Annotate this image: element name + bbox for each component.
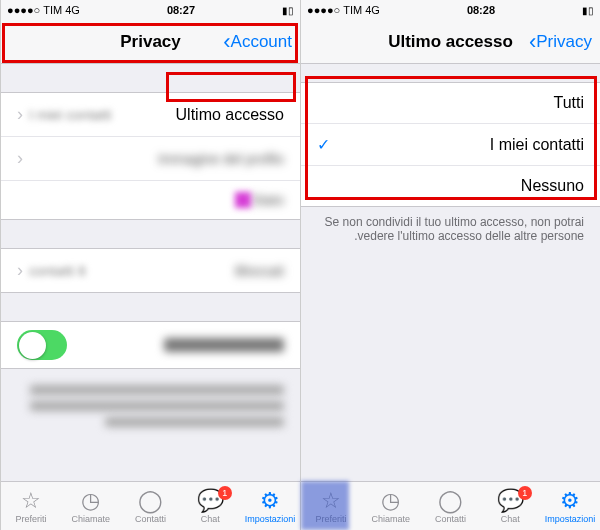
- tab-chiamate[interactable]: ◷ Chiamate: [361, 482, 421, 530]
- badge: 1: [218, 486, 232, 500]
- battery-icon: ▮▯: [582, 5, 594, 16]
- clock-icon: ◷: [81, 488, 100, 514]
- chat-icon: 💬1: [197, 488, 224, 514]
- nav-bar: Account › Privacy: [1, 20, 300, 64]
- star-icon: ☆: [21, 488, 41, 514]
- tab-preferiti[interactable]: ☆ Preferiti: [1, 482, 61, 530]
- chat-icon: 💬1: [497, 488, 524, 514]
- tab-contatti[interactable]: ◯ Contatti: [121, 482, 181, 530]
- row-ultimo-accesso[interactable]: Ultimo accesso I miei contatti ‹: [1, 93, 300, 137]
- panel-privacy: ●●●●○ TIM 4G 08:27 ▮▯ Account › Privacy …: [0, 0, 300, 530]
- page-title: Ultimo accesso: [388, 32, 513, 52]
- status-bar: ●●●●○ TIM 4G 08:28 ▮▯: [301, 0, 600, 20]
- chevron-left-icon: ‹: [17, 148, 23, 169]
- row-toggle[interactable]: [1, 321, 300, 369]
- back-button[interactable]: Account ›: [225, 29, 292, 55]
- chevron-right-icon: ›: [223, 29, 230, 55]
- contacts-icon: ◯: [138, 488, 163, 514]
- battery-icon: ▮▯: [282, 5, 294, 16]
- chevron-left-icon: ‹: [17, 104, 23, 125]
- tab-impostazioni[interactable]: ⚙ Impostazioni: [540, 482, 600, 530]
- tab-chiamate[interactable]: ◷ Chiamate: [61, 482, 121, 530]
- status-bar: ●●●●○ TIM 4G 08:27 ▮▯: [1, 0, 300, 20]
- clock-icon: ◷: [381, 488, 400, 514]
- option-tutti[interactable]: Tutti: [301, 83, 600, 124]
- row-bloccati[interactable]: Bloccati 8 contatti ‹: [1, 249, 300, 292]
- chevron-right-icon: ›: [529, 29, 536, 55]
- contacts-icon: ◯: [438, 488, 463, 514]
- nav-bar: Privacy › Ultimo accesso: [301, 20, 600, 64]
- blue-overlay-icon: [301, 481, 349, 530]
- option-contatti[interactable]: I miei contatti ✓: [301, 124, 600, 166]
- footer-text: Se non condividi il tuo ultimo accesso, …: [301, 207, 600, 251]
- row-immagine[interactable]: Immagine del profilo ‹: [1, 137, 300, 181]
- content-area: Ultimo accesso I miei contatti ‹ Immagin…: [1, 64, 300, 481]
- content-area: Tutti I miei contatti ✓ Nessuno Se non c…: [301, 64, 600, 481]
- panel-ultimo-accesso: ●●●●○ TIM 4G 08:28 ▮▯ Privacy › Ultimo a…: [300, 0, 600, 530]
- back-button[interactable]: Privacy ›: [531, 29, 592, 55]
- tab-chat[interactable]: 💬1 Chat: [180, 482, 240, 530]
- chevron-left-icon: ‹: [17, 260, 23, 281]
- badge: 1: [518, 486, 532, 500]
- page-title: Privacy: [120, 32, 181, 52]
- tab-impostazioni[interactable]: ⚙ Impostazioni: [240, 482, 300, 530]
- toggle-switch[interactable]: [17, 330, 67, 360]
- tab-contatti[interactable]: ◯ Contatti: [421, 482, 481, 530]
- row-stato[interactable]: Stato: [1, 181, 300, 219]
- option-nessuno[interactable]: Nessuno: [301, 166, 600, 206]
- color-blob-icon: [235, 192, 251, 208]
- check-icon: ✓: [317, 135, 330, 154]
- gear-icon: ⚙: [560, 488, 580, 514]
- tab-chat[interactable]: 💬1 Chat: [480, 482, 540, 530]
- tab-bar: ☆ Preferiti ◷ Chiamate ◯ Contatti 💬1 Cha…: [1, 481, 300, 530]
- gear-icon: ⚙: [260, 488, 280, 514]
